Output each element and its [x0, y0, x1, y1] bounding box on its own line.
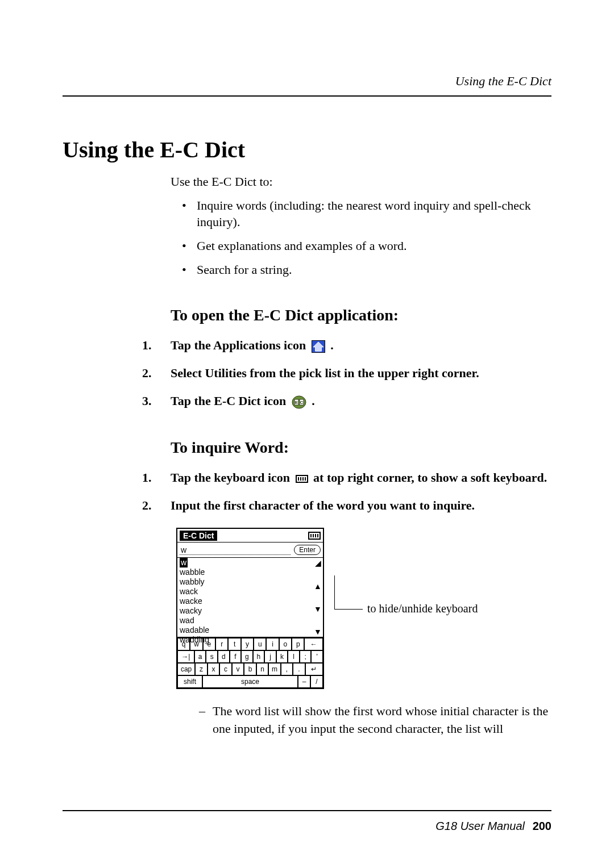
- screenshot-figure: E-C Dict Enter w wabble wabbly wack wack…: [176, 528, 551, 689]
- palm-screenshot: E-C Dict Enter w wabble wabbly wack wack…: [176, 528, 324, 689]
- enter-button[interactable]: Enter: [294, 545, 321, 555]
- section-inquire-heading: To inquire Word:: [171, 439, 551, 457]
- page-title: Using the E-C Dict: [63, 136, 551, 163]
- footer-manual-label: G18 User Manual: [435, 820, 525, 832]
- osk-key[interactable]: x: [208, 663, 220, 675]
- step-text: Select Utilities from the pick list in t…: [171, 366, 479, 380]
- inquire-step-2: 2. Input the first character of the word…: [142, 497, 551, 515]
- step-text-b: .: [330, 338, 334, 352]
- scroll-bottom-icon[interactable]: ▼: [314, 628, 322, 636]
- osk-key[interactable]: d: [218, 650, 230, 663]
- osk-key[interactable]: m: [268, 663, 281, 675]
- osk-row-space: shift space – /: [177, 675, 323, 688]
- list-item[interactable]: wadable: [180, 625, 313, 635]
- bullet-item: Search for a string.: [182, 261, 551, 278]
- screenshot-titlebar: E-C Dict: [177, 529, 323, 542]
- list-item[interactable]: wacky: [180, 606, 313, 616]
- intro-bullets: Inquire words (including: the nearest wo…: [182, 197, 551, 278]
- osk-space-key[interactable]: space: [202, 675, 298, 688]
- inquire-steps: 1. Tap the keyboard icon at top right co…: [142, 469, 551, 515]
- step-number: 3.: [142, 393, 152, 410]
- keyboard-icon: [296, 475, 308, 483]
- osk-key[interactable]: j: [264, 650, 276, 663]
- osk-row-3: capzxcvbnm,.↵: [177, 663, 323, 675]
- osk-key[interactable]: →|: [177, 650, 194, 663]
- callout: to hide/unhide keyboard: [334, 591, 478, 625]
- callout-text: to hide/unhide keyboard: [367, 602, 478, 615]
- osk-key[interactable]: ,: [281, 663, 293, 675]
- osk-key[interactable]: k: [276, 650, 288, 663]
- osk-slash-key[interactable]: /: [310, 675, 323, 688]
- svg-marker-0: [313, 342, 323, 351]
- keyboard-toggle-icon[interactable]: [308, 532, 321, 540]
- osk-key[interactable]: a: [194, 650, 206, 663]
- applications-icon: [312, 340, 325, 353]
- sub-note: The word list will show the first word w…: [199, 703, 551, 738]
- footer-rule: [63, 810, 551, 811]
- word-list[interactable]: w wabble wabbly wack wacke wacky wad wad…: [177, 558, 323, 637]
- osk-key[interactable]: n: [256, 663, 269, 675]
- osk-key[interactable]: c: [219, 663, 232, 675]
- osk-row-2: →|asdfghjkl;': [177, 650, 323, 663]
- list-item[interactable]: wad: [180, 616, 313, 625]
- step-number: 1.: [142, 469, 152, 487]
- scroll-down-icon[interactable]: ▼: [314, 605, 322, 613]
- open-step-3: 3. Tap the E-C Dict icon E C .: [142, 393, 551, 410]
- soft-keyboard: qwertyuiop← →|asdfghjkl;' capzxcvbnm,.↵ …: [177, 637, 323, 688]
- osk-key[interactable]: cap: [177, 663, 195, 675]
- svg-text:E: E: [295, 400, 298, 405]
- osk-key[interactable]: z: [195, 663, 208, 675]
- osk-dash-key[interactable]: –: [298, 675, 310, 688]
- svg-text:C: C: [300, 400, 303, 405]
- osk-key[interactable]: v: [232, 663, 244, 675]
- step-text-b: at top right corner, to show a soft keyb…: [313, 470, 547, 485]
- step-number: 2.: [142, 497, 152, 515]
- section-open-heading: To open the E-C Dict application:: [171, 306, 551, 324]
- page-content: Using the E-C Dict Use the E-C Dict to: …: [63, 136, 551, 738]
- list-item[interactable]: wabble: [180, 567, 313, 577]
- step-number: 2.: [142, 365, 152, 382]
- open-step-2: 2. Select Utilities from the pick list i…: [142, 365, 551, 382]
- intro-text: Use the E-C Dict to:: [171, 173, 551, 190]
- bullet-item: Inquire words (including: the nearest wo…: [182, 197, 551, 231]
- page-footer: G18 User Manual 200: [435, 820, 551, 833]
- scroll-top-icon[interactable]: ◢: [315, 559, 321, 567]
- word-input[interactable]: [180, 545, 291, 555]
- list-item[interactable]: wabbly: [180, 577, 313, 587]
- osk-key[interactable]: ': [311, 650, 323, 663]
- open-steps: 1. Tap the Applications icon . 2. Select…: [142, 337, 551, 410]
- step-text-b: .: [312, 394, 315, 408]
- list-item[interactable]: wacke: [180, 596, 313, 606]
- osk-key[interactable]: s: [206, 650, 218, 663]
- ec-dict-icon: E C: [292, 395, 306, 409]
- list-item[interactable]: wack: [180, 587, 313, 596]
- step-text-a: Tap the E-C Dict icon: [171, 394, 289, 408]
- bullet-item: Get explanations and examples of a word.: [182, 237, 551, 254]
- screenshot-input-row: Enter: [177, 542, 323, 558]
- osk-key[interactable]: h: [253, 650, 265, 663]
- list-item[interactable]: wadding: [180, 635, 313, 645]
- scroll-up-icon[interactable]: ▲: [314, 582, 322, 590]
- callout-leader-line: [334, 575, 363, 610]
- page-number: 200: [533, 820, 551, 832]
- list-item[interactable]: w: [180, 558, 188, 567]
- list-scroll: ◢ ▲ ▼ ▼: [314, 559, 322, 636]
- step-number: 1.: [142, 337, 152, 354]
- osk-key[interactable]: g: [241, 650, 253, 663]
- step-text-a: Tap the keyboard icon: [171, 470, 293, 485]
- running-header: Using the E-C Dict: [455, 74, 551, 89]
- open-step-1: 1. Tap the Applications icon .: [142, 337, 551, 354]
- osk-key[interactable]: ;: [300, 650, 312, 663]
- screenshot-app-title: E-C Dict: [180, 531, 217, 541]
- osk-key[interactable]: ↵: [305, 663, 323, 675]
- header-rule: [63, 95, 551, 97]
- step-text-a: Tap the Applications icon: [171, 338, 309, 352]
- osk-key[interactable]: .: [293, 663, 305, 675]
- osk-shift-key[interactable]: shift: [177, 675, 202, 688]
- osk-key[interactable]: b: [244, 663, 256, 675]
- step-text: Input the first character of the word yo…: [171, 498, 475, 512]
- osk-key[interactable]: f: [230, 650, 242, 663]
- osk-key[interactable]: l: [288, 650, 300, 663]
- inquire-step-1: 1. Tap the keyboard icon at top right co…: [142, 469, 551, 487]
